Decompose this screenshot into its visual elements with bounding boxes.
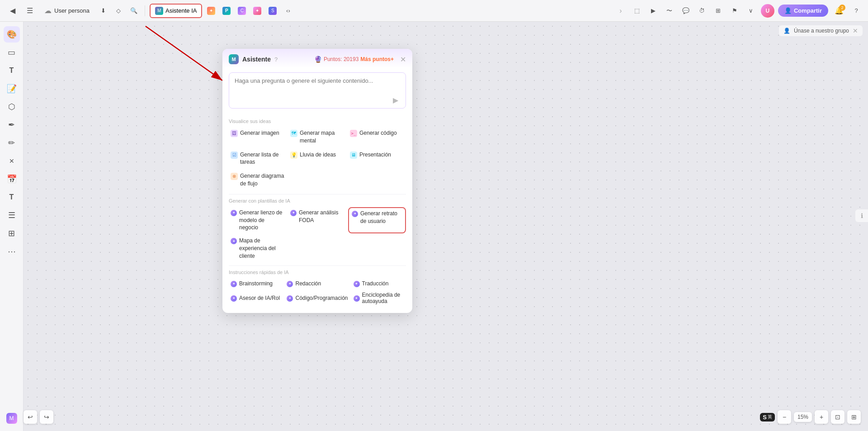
generar-mapa-mental-item[interactable]: 🗺 Generar mapa mental [288, 128, 346, 147]
enciclopedia-autoayuda-item[interactable]: ✦ Enciclopedia de autoayuda [352, 290, 406, 306]
sidebar-shapes-button[interactable]: ⬡ [4, 99, 20, 115]
chat-button[interactable]: 💬 [679, 5, 692, 17]
panel-header: M Asistente ? 🔮 Puntos: 20193 Más puntos… [222, 49, 412, 68]
enciclopedia-autoayuda-icon: ✦ [354, 295, 360, 302]
zoom-out-button[interactable]: − [778, 410, 791, 424]
codigo-programacion-icon: ✦ [287, 295, 293, 302]
frame-tool-button[interactable]: ⬚ [631, 5, 643, 17]
asistente-ia-label: Asistente IA [165, 7, 197, 14]
panel-help-icon[interactable]: ? [274, 56, 278, 63]
search-button[interactable]: 🔍 [127, 5, 140, 17]
templates-section: Generar con plantillas de IA ✦ Generar l… [222, 194, 412, 265]
visualize-label: Visualice sus ideas [229, 118, 406, 124]
lluvia-ideas-item[interactable]: 💡 Lluvia de ideas [288, 149, 346, 168]
sidebar-text2-button[interactable]: T [4, 189, 20, 205]
timer-button[interactable]: ⏱ [696, 5, 708, 17]
generar-diagrama-flujo-item[interactable]: ⊗ Generar diagrama de flujo [229, 171, 287, 189]
join-icon: 👤 [783, 28, 790, 34]
download-button[interactable]: ⬇ [97, 5, 109, 17]
generar-diagrama-flujo-label: Generar diagrama de flujo [240, 172, 285, 188]
bottom-right-controls: S 英 − 15% + ⊡ ⊞ [760, 410, 861, 424]
brainstorming-item[interactable]: ✦ Brainstorming [229, 279, 283, 289]
generar-codigo-item[interactable]: >_ Generar código [348, 128, 406, 147]
cloud-icon: ☁ [44, 6, 52, 15]
tab-icon-3[interactable]: C [236, 5, 248, 17]
more-right-button[interactable]: ∨ [745, 5, 757, 17]
traduccion-item[interactable]: ✦ Traducción [352, 279, 406, 289]
panel-close-button[interactable]: ✕ [400, 55, 406, 64]
generar-lista-tareas-item[interactable]: ☑ Generar lista de tareas [229, 149, 287, 168]
redo-button[interactable]: ↪ [40, 410, 53, 424]
more-points-button[interactable]: Más puntos+ [360, 56, 394, 62]
templates-grid: ✦ Generar lienzo de modelo de negocio ✦ … [229, 207, 406, 262]
asesor-ia-rol-item[interactable]: ✦ Asesor de IA/Rol [229, 290, 283, 306]
expand-button[interactable]: › [614, 5, 627, 17]
sidebar-table-button[interactable]: ⊞ [4, 225, 20, 242]
sidebar-list-button[interactable]: ☰ [4, 207, 20, 223]
mapa-experiencia-icon: ✦ [231, 238, 237, 244]
sidebar-pen-button[interactable]: ✒ [4, 117, 20, 133]
zoom-in-button[interactable]: + [815, 410, 828, 424]
avatar[interactable]: U [761, 4, 774, 18]
send-button[interactable]: ▶ [390, 94, 401, 106]
sidebar-frame-button[interactable]: ▭ [4, 44, 20, 61]
generar-codigo-label: Generar código [359, 129, 397, 137]
zoom-level[interactable]: 15% [794, 412, 812, 422]
analisis-foda-item[interactable]: ✦ Generar análisis FODA [288, 207, 346, 233]
title-text: User persona [54, 7, 90, 14]
layout-button[interactable]: ⊞ [712, 5, 725, 17]
mapa-experiencia-item[interactable]: ✦ Mapa de experiencia del cliente [229, 235, 287, 261]
undo-button[interactable]: ↩ [24, 410, 37, 424]
sidebar-more-button[interactable]: ⋯ [4, 243, 20, 260]
asesor-ia-rol-icon: ✦ [231, 295, 237, 302]
lienzo-negocio-item[interactable]: ✦ Generar lienzo de modelo de negocio [229, 207, 287, 233]
svg-line-1 [146, 26, 222, 81]
tab-icon-1[interactable]: ✦ [205, 5, 217, 17]
codigo-programacion-item[interactable]: ✦ Código/Programación [285, 290, 349, 306]
tab-icon-2[interactable]: P [220, 5, 233, 17]
document-title[interactable]: ☁ User persona [40, 5, 94, 17]
points-icon: 🔮 [314, 56, 322, 63]
right-edge-info[interactable]: ℹ [855, 209, 868, 222]
tab-icon-4[interactable]: ✦ [251, 5, 264, 17]
help-button[interactable]: ? [850, 5, 863, 17]
share-button[interactable]: 👤 Compartir [778, 5, 828, 17]
asistente-ia-tab[interactable]: M Asistente IA [150, 4, 202, 18]
generar-imagen-item[interactable]: 🖼 Generar imagen [229, 128, 287, 147]
sidebar-custom-button[interactable]: M [4, 410, 20, 426]
generar-imagen-label: Generar imagen [240, 129, 279, 137]
presentacion-item[interactable]: 🖥 Presentación [348, 149, 406, 168]
sidebar-eraser-button[interactable]: ✏ [4, 135, 20, 151]
assistant-panel: M Asistente ? 🔮 Puntos: 20193 Más puntos… [222, 49, 412, 313]
asesor-ia-rol-label: Asesor de IA/Rol [239, 295, 280, 301]
notification-button[interactable]: 🔔 2 [832, 4, 846, 18]
canvas-area[interactable]: M Asistente ? 🔮 Puntos: 20193 Más puntos… [24, 22, 868, 431]
sidebar-calendar-button[interactable]: 📅 [4, 171, 20, 187]
retrato-usuario-item[interactable]: ✦ Generar retrato de usuario [348, 207, 406, 233]
enciclopedia-autoayuda-label: Enciclopedia de autoayuda [362, 292, 404, 304]
play-button[interactable]: ▶ [647, 5, 660, 17]
fit-button[interactable]: ⊡ [831, 410, 844, 424]
panel-logo: M [229, 54, 239, 64]
lienzo-negocio-label: Generar lienzo de modelo de negocio [239, 209, 285, 232]
sidebar-connector-button[interactable]: ✕ [4, 153, 20, 169]
sidebar-text-button[interactable]: T [4, 62, 20, 79]
asistente-ia-icon: M [155, 7, 163, 15]
share-label: Compartir [794, 7, 822, 14]
wave-button[interactable]: 〜 [663, 5, 676, 17]
lluvia-ideas-icon: 💡 [290, 152, 297, 159]
tab-icon-5[interactable]: S [266, 5, 279, 17]
sidebar-sticky-button[interactable]: 📝 [4, 81, 20, 97]
tab-more-button[interactable]: ‹› [282, 5, 294, 17]
flag-button[interactable]: ⚑ [728, 5, 741, 17]
tag-button[interactable]: ◇ [112, 5, 125, 17]
back-button[interactable]: ◀ [5, 4, 20, 18]
presentacion-icon: 🖥 [350, 152, 357, 159]
visualize-grid: 🖼 Generar imagen 🗺 Generar mapa mental >… [229, 128, 406, 189]
ai-input[interactable] [229, 72, 406, 109]
join-banner-close[interactable]: ✕ [853, 27, 858, 34]
redaccion-item[interactable]: ✦ Redacción [285, 279, 349, 289]
menu-button[interactable]: ☰ [23, 4, 37, 18]
sidebar-paint-button[interactable]: 🎨 [4, 26, 20, 43]
grid-toggle-button[interactable]: ⊞ [847, 410, 861, 424]
